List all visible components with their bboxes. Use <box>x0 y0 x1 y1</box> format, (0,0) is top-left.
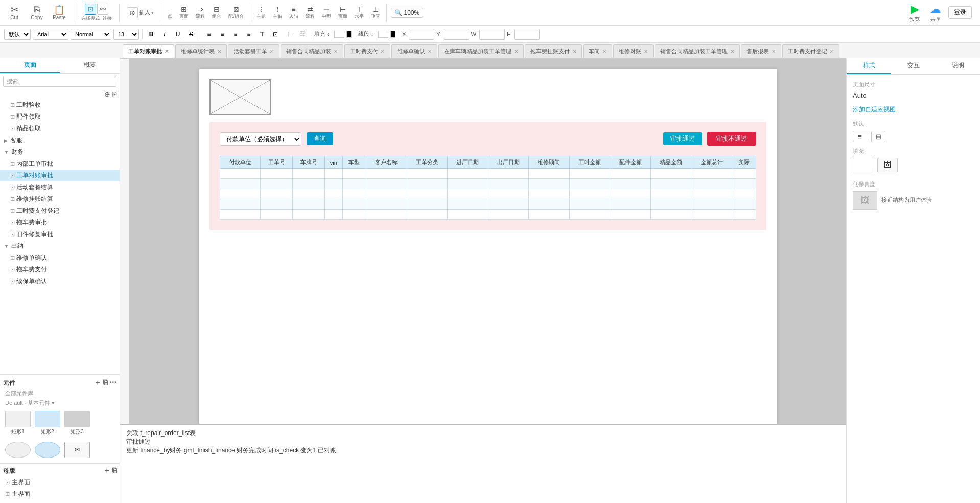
fill-color2[interactable] <box>346 31 352 38</box>
default-select[interactable]: 默认 <box>4 29 31 40</box>
master-item-2[interactable]: ⊡ 主界面 <box>3 488 116 500</box>
y-input[interactable] <box>444 29 469 40</box>
center-btn[interactable]: ⁞ 主轴 <box>271 4 284 21</box>
underline-btn[interactable]: U <box>172 29 183 40</box>
tab-close-10[interactable]: ✕ <box>730 49 734 54</box>
add-responsive-link[interactable]: 添加自适应视图 <box>853 105 974 114</box>
query-button[interactable]: 查询 <box>307 132 333 145</box>
default-component-label[interactable]: Default · 基本元件 ▾ <box>3 398 116 408</box>
tab-close-8[interactable]: ✕ <box>602 49 606 54</box>
tree-item-finance[interactable]: ▼ 财务 <box>0 146 120 158</box>
more-component-icon[interactable]: ⋯ <box>109 378 116 387</box>
tab-close-4[interactable]: ✕ <box>381 49 385 54</box>
combine-match-btn[interactable]: ⊠ 配/组合 <box>226 4 246 21</box>
tab-sales-premium[interactable]: 销售合同精品加装工单管理 ✕ <box>655 44 740 58</box>
add-component-icon[interactable]: ＋ <box>94 378 101 387</box>
sidebar-search-input[interactable] <box>3 76 116 87</box>
component-rect1[interactable]: 矩形1 <box>5 411 31 436</box>
approve-button[interactable]: 审批通过 <box>663 132 702 145</box>
fill-image-btn[interactable]: 🖼 <box>877 158 898 172</box>
fill-swatch-white[interactable] <box>853 158 873 172</box>
tab-close-6[interactable]: ✕ <box>514 49 518 54</box>
insert-btn[interactable]: ⊕ 插入 ▾ <box>124 6 157 19</box>
main-btn[interactable]: ⋮ 主题 <box>254 4 268 21</box>
tab-workorder-reconcile[interactable]: 工单对账审批 ✕ <box>123 44 174 58</box>
copy-component-icon[interactable]: ⎘ <box>103 378 107 387</box>
master-item-1[interactable]: ⊡ 主界面 <box>3 476 116 488</box>
tree-item-repair-confirm[interactable]: ⊡ 维修单确认 <box>0 252 120 264</box>
align-bottom-btn[interactable]: ⊥ <box>283 29 294 40</box>
add-master-icon[interactable]: ＋ <box>103 466 110 475</box>
tree-item-premium-receive[interactable]: ⊡ 精品领取 <box>0 123 120 134</box>
tab-labor-pay[interactable]: 工时费支付 ✕ <box>344 44 390 58</box>
tab-close-2[interactable]: ✕ <box>270 49 274 54</box>
preview-btn[interactable]: ▶ 预览 <box>906 2 923 24</box>
tab-close-11[interactable]: ✕ <box>772 49 776 54</box>
share-btn[interactable]: ☁ 共享 <box>927 2 944 24</box>
tab-close-5[interactable]: ✕ <box>428 49 432 54</box>
component-shape2[interactable] <box>35 442 60 458</box>
component-circle[interactable] <box>5 442 31 458</box>
tree-item-tow-pay[interactable]: ⊡ 拖车费支付 <box>0 264 120 276</box>
strikethrough-btn[interactable]: S <box>185 29 197 40</box>
cut-btn[interactable]: ✂ Cut <box>4 4 25 21</box>
tab-close-1[interactable]: ✕ <box>217 49 221 54</box>
font-size-select[interactable]: 13 <box>113 29 139 40</box>
list-btn[interactable]: ☰ <box>296 29 308 40</box>
tree-item-activity-settle[interactable]: ⊡ 活动套餐结算 <box>0 181 120 193</box>
h-input[interactable] <box>514 29 540 40</box>
tab-repair-stats[interactable]: 维修单统计表 ✕ <box>175 44 227 58</box>
component-shape3[interactable]: ✉ <box>64 442 90 458</box>
rp-tab-style[interactable]: 样式 <box>847 58 891 74</box>
combine-btn[interactable]: ⊟ 组合 <box>210 4 223 21</box>
tab-repair-confirm[interactable]: 维修单确认 ✕ <box>391 44 437 58</box>
x-input[interactable] <box>409 29 434 40</box>
align-left-btn[interactable]: ≡ <box>203 29 215 40</box>
italic-btn[interactable]: I <box>159 29 170 40</box>
orient-btn-1[interactable]: ≡ <box>853 131 867 142</box>
align-center-btn[interactable]: ≡ <box>217 29 228 40</box>
mid-btn[interactable]: ⊣ 中型 <box>320 4 333 21</box>
tab-close-12[interactable]: ✕ <box>830 49 834 54</box>
flow2-btn[interactable]: ⇄ 流程 <box>304 4 317 21</box>
tree-item-customer-service[interactable]: ▶ 客服 <box>0 134 120 146</box>
tree-item-workorder-audit[interactable]: ⊡ 工单对账审批 <box>0 170 120 181</box>
align-justify-btn[interactable]: ≡ <box>243 29 254 40</box>
font-family-select[interactable]: Arial <box>33 29 68 40</box>
page-btn[interactable]: ⊞ 页面 <box>177 4 191 21</box>
sidebar-tab-outline[interactable]: 概要 <box>60 58 120 73</box>
flow-btn[interactable]: ⇒ 流程 <box>194 4 207 21</box>
tab-after-report[interactable]: 售后报表 ✕ <box>741 44 781 58</box>
bold-btn[interactable]: B <box>146 29 157 40</box>
tree-item-internal-audit[interactable]: ⊡ 内部工单审批 <box>0 158 120 170</box>
tree-item-labor-check[interactable]: ⊡ 工时验收 <box>0 99 120 111</box>
component-rect2[interactable]: 矩形2 <box>35 411 60 436</box>
tab-inventory-mgmt[interactable]: 在库车辆精品加装工单管理 ✕ <box>438 44 524 58</box>
tab-workshop[interactable]: 车间 ✕ <box>583 44 612 58</box>
reject-button[interactable]: 审批不通过 <box>707 132 756 146</box>
copy-btn[interactable]: ⎘ Copy <box>27 4 47 21</box>
line-color2[interactable] <box>390 31 395 38</box>
tree-item-cashier[interactable]: ▼ 出纳 <box>0 240 120 252</box>
tree-item-labor-register[interactable]: ⊡ 工时费支付登记 <box>0 205 120 217</box>
page2-btn[interactable]: ⊢ 页面 <box>336 4 349 21</box>
paste-btn[interactable]: 📋 Paste <box>49 4 69 21</box>
align-right-btn[interactable]: ≡ <box>230 29 241 40</box>
tree-item-parts-receive[interactable]: ⊡ 配件领取 <box>0 111 120 123</box>
tree-item-repair-settle[interactable]: ⊡ 维修挂账结算 <box>0 193 120 205</box>
select-mode-btn[interactable]: ⊡ ⚯ 选择模式 连接 <box>78 3 115 23</box>
tree-item-old-repair-audit[interactable]: ⊡ 旧件修复审批 <box>0 228 120 240</box>
tab-close-7[interactable]: ✕ <box>572 49 576 54</box>
copy-page-icon[interactable]: ⎘ <box>112 90 116 98</box>
tree-item-tow-audit[interactable]: ⊡ 拖车费审批 <box>0 217 120 228</box>
orient-btn-2[interactable]: ⊟ <box>871 131 885 142</box>
tab-repair-reconcile[interactable]: 维修对账 ✕ <box>613 44 654 58</box>
login-button[interactable]: 登录 <box>948 6 972 19</box>
align-top-btn[interactable]: ⊤ <box>256 29 268 40</box>
tree-item-renewal-confirm[interactable]: ⊡ 续保单确认 <box>0 276 120 287</box>
component-rect3[interactable]: 矩形3 <box>64 411 90 436</box>
tab-tow-pay[interactable]: 拖车费挂账支付 ✕ <box>525 44 582 58</box>
line-color-swatch[interactable] <box>378 31 388 38</box>
sidebar-tab-pages[interactable]: 页面 <box>0 58 60 73</box>
w-input[interactable] <box>479 29 505 40</box>
